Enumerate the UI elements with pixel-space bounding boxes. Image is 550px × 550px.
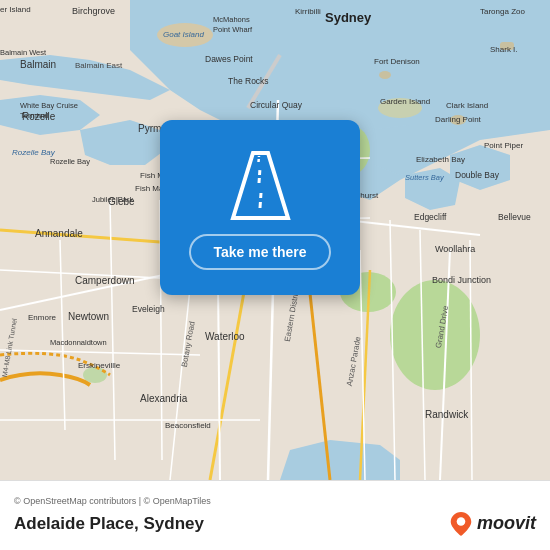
svg-line-106: [258, 156, 259, 162]
svg-text:Macdonnaldtown: Macdonnaldtown: [50, 338, 107, 347]
svg-text:Rozelle Bay: Rozelle Bay: [50, 157, 90, 166]
svg-text:Circular Quay: Circular Quay: [250, 100, 303, 110]
svg-text:Alexandria: Alexandria: [140, 393, 188, 404]
svg-text:Balmain West: Balmain West: [0, 48, 47, 57]
svg-text:Erskinevillle: Erskinevillle: [78, 361, 121, 370]
svg-text:Rozelle Bay: Rozelle Bay: [12, 148, 56, 157]
svg-point-3: [379, 71, 391, 79]
svg-text:Bellevue: Bellevue: [498, 212, 531, 222]
attribution-text: © OpenStreetMap contributors | © OpenMap…: [14, 496, 536, 506]
svg-text:Dawes Point: Dawes Point: [205, 54, 253, 64]
svg-text:Fort Denison: Fort Denison: [374, 57, 420, 66]
bottom-bar: © OpenStreetMap contributors | © OpenMap…: [0, 480, 550, 550]
svg-text:Clark Island: Clark Island: [446, 101, 488, 110]
svg-text:Garden Island: Garden Island: [380, 97, 430, 106]
svg-text:Annandale: Annandale: [35, 228, 83, 239]
svg-text:Balmain East: Balmain East: [75, 61, 123, 70]
road-icon: [220, 146, 300, 226]
svg-line-105: [259, 168, 260, 183]
svg-point-6: [390, 280, 480, 390]
svg-text:Woollahra: Woollahra: [435, 244, 475, 254]
svg-text:Bondi Junction: Bondi Junction: [432, 275, 491, 285]
svg-text:Darling Point: Darling Point: [435, 115, 482, 124]
svg-text:Elizabeth Bay: Elizabeth Bay: [416, 155, 465, 164]
svg-text:Taronga Zoo: Taronga Zoo: [480, 7, 525, 16]
svg-text:Jubilee Park: Jubilee Park: [92, 195, 134, 204]
moovit-logo: moovit: [449, 512, 536, 536]
svg-text:Point Piper: Point Piper: [484, 141, 523, 150]
svg-point-107: [457, 517, 466, 526]
svg-text:Kirribilli: Kirribilli: [295, 7, 321, 16]
moovit-pin-icon: [449, 512, 473, 536]
svg-text:Terminal: Terminal: [20, 111, 49, 120]
svg-text:The Rocks: The Rocks: [228, 76, 269, 86]
svg-text:Edgecliff: Edgecliff: [414, 212, 447, 222]
navigation-card: Take me there: [160, 120, 360, 295]
svg-text:Waterloo: Waterloo: [205, 331, 245, 342]
svg-line-104: [260, 193, 261, 208]
svg-text:er Island: er Island: [0, 5, 31, 14]
svg-text:Newtown: Newtown: [68, 311, 109, 322]
svg-text:Point Wharf: Point Wharf: [213, 25, 253, 34]
svg-text:Double Bay: Double Bay: [455, 170, 500, 180]
svg-text:Balmain: Balmain: [20, 59, 56, 70]
svg-text:Beaconsfield: Beaconsfield: [165, 421, 211, 430]
svg-text:Birchgrove: Birchgrove: [72, 6, 115, 16]
moovit-brand-text: moovit: [477, 513, 536, 534]
svg-text:Goat Island: Goat Island: [163, 30, 204, 39]
svg-text:Camperdown: Camperdown: [75, 275, 134, 286]
svg-text:Randwick: Randwick: [425, 409, 469, 420]
take-me-there-button[interactable]: Take me there: [189, 234, 330, 270]
location-name: Adelaide Place, Sydney: [14, 514, 204, 534]
svg-text:McMahons: McMahons: [213, 15, 250, 24]
svg-text:White Bay Cruise: White Bay Cruise: [20, 101, 78, 110]
location-row: Adelaide Place, Sydney moovit: [14, 512, 536, 536]
map-container: Birchgrove Goat Island Balmain Balmain E…: [0, 0, 550, 480]
svg-text:Sydney: Sydney: [325, 10, 372, 25]
svg-text:Shark I.: Shark I.: [490, 45, 518, 54]
svg-text:Enmore: Enmore: [28, 313, 57, 322]
svg-text:Sutters Bay: Sutters Bay: [405, 173, 445, 182]
svg-text:Eveleigh: Eveleigh: [132, 304, 165, 314]
